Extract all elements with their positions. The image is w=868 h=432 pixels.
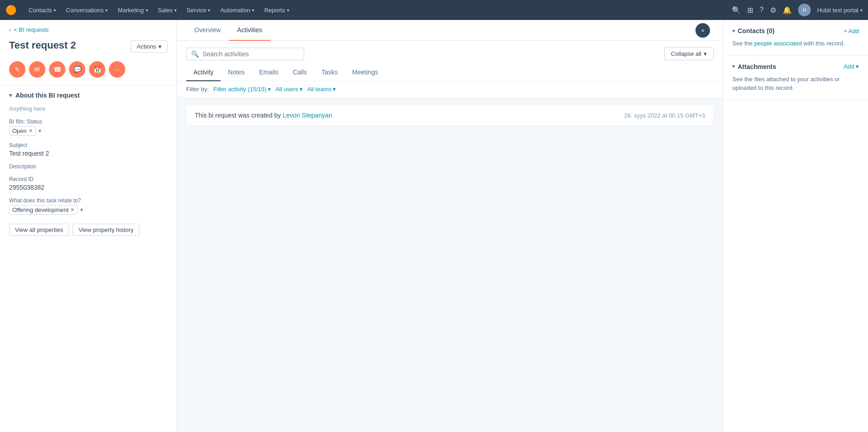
subject-value: Test request 2 bbox=[9, 150, 168, 157]
chevron-down-icon: ▾ bbox=[9, 92, 12, 98]
sub-tab-notes[interactable]: Notes bbox=[221, 64, 252, 81]
task-relation-dropdown-arrow[interactable]: ▾ bbox=[80, 207, 83, 213]
filter-users-chip[interactable]: All users ▾ bbox=[276, 86, 303, 93]
nav-service[interactable]: Service ▾ bbox=[182, 4, 215, 16]
email-button[interactable]: ✉ bbox=[29, 61, 45, 78]
view-buttons: View all properties View property histor… bbox=[9, 224, 168, 236]
activity-creator-link[interactable]: Levon Stepanyan bbox=[283, 112, 332, 119]
apps-icon[interactable]: ⊞ bbox=[747, 6, 753, 15]
field-status: BI fills: Status Open ✕ ▾ bbox=[9, 118, 168, 136]
activity-list: This bi request was created by Levon Ste… bbox=[177, 98, 723, 137]
sub-tab-tasks[interactable]: Tasks bbox=[314, 64, 345, 81]
sidebar-header-row: Test request 2 Actions ▾ bbox=[9, 36, 168, 57]
status-tag-remove[interactable]: ✕ bbox=[29, 128, 33, 134]
about-section-header[interactable]: ▾ About this BI request bbox=[9, 92, 168, 99]
about-section: ▾ About this BI request Anything here BI… bbox=[0, 85, 177, 242]
tab-overview[interactable]: Overview bbox=[186, 20, 229, 41]
field-anything-here: Anything here bbox=[9, 105, 168, 112]
filter-activity-chip[interactable]: Filter activity (15/15) ▾ bbox=[213, 86, 271, 93]
collapse-all-button[interactable]: Collapse all ▾ bbox=[664, 47, 714, 60]
contacts-section: ▾ Contacts (0) + Add See the people asso… bbox=[723, 20, 868, 56]
nav-sales[interactable]: Sales ▾ bbox=[153, 4, 182, 16]
attachments-section: ▾ Attachments Add ▾ See the files attach… bbox=[723, 56, 868, 100]
field-subject: Subject Test request 2 bbox=[9, 142, 168, 157]
search-input[interactable] bbox=[202, 50, 299, 58]
chevron-down-icon: ▾ bbox=[704, 50, 707, 57]
chat-button[interactable]: 💬 bbox=[69, 61, 85, 78]
tab-activities[interactable]: Activities bbox=[229, 20, 270, 41]
chevron-down-icon: ▾ bbox=[732, 64, 735, 69]
quick-action-buttons: ✎ ✉ ☎ 💬 📅 ··· bbox=[9, 61, 168, 78]
filter-label: Filter by: bbox=[186, 86, 209, 93]
nav-marketing[interactable]: Marketing ▾ bbox=[113, 4, 152, 16]
settings-icon[interactable]: ⚙ bbox=[770, 6, 776, 15]
filter-teams-chip[interactable]: All teams ▾ bbox=[307, 86, 336, 93]
help-icon[interactable]: ? bbox=[760, 6, 764, 14]
left-sidebar: ‹ < BI requests Test request 2 Actions ▾… bbox=[0, 20, 177, 432]
chevron-left-icon: ‹ bbox=[9, 26, 11, 33]
top-navigation: 🟠 Contacts ▾ Conversations ▾ Marketing ▾… bbox=[0, 0, 868, 20]
sub-tab-emails[interactable]: Emails bbox=[252, 64, 286, 81]
attachments-add-button[interactable]: Add ▾ bbox=[843, 63, 859, 70]
breadcrumb[interactable]: ‹ < BI requests bbox=[9, 26, 168, 33]
nav-automation[interactable]: Automation ▾ bbox=[216, 4, 259, 16]
task-relation-tag-row: Offering development ✕ ▾ bbox=[9, 205, 168, 215]
status-tag[interactable]: Open ✕ bbox=[9, 126, 36, 136]
center-content: Overview Activities » 🔍 Collapse all ▾ A… bbox=[177, 20, 723, 432]
field-task-relation: What does this task relate to? Offering … bbox=[9, 197, 168, 215]
search-icon[interactable]: 🔍 bbox=[732, 6, 741, 15]
view-all-properties-button[interactable]: View all properties bbox=[9, 224, 69, 236]
task-relation-tag-remove[interactable]: ✕ bbox=[70, 207, 74, 213]
field-description: Description bbox=[9, 163, 168, 170]
search-box[interactable]: 🔍 bbox=[186, 48, 304, 60]
record-title: Test request 2 bbox=[9, 39, 76, 51]
attachments-section-title[interactable]: ▾ Attachments bbox=[732, 63, 776, 70]
view-property-history-button[interactable]: View property history bbox=[73, 224, 139, 236]
chevron-down-icon: ▾ bbox=[333, 86, 336, 93]
nav-contacts[interactable]: Contacts ▾ bbox=[24, 4, 60, 16]
nav-conversations[interactable]: Conversations ▾ bbox=[61, 4, 112, 16]
activity-timestamp: 28. syys 2022 at 00.15 GMT+3 bbox=[624, 112, 705, 119]
chevron-down-icon: ▾ bbox=[732, 28, 735, 34]
hubspot-logo[interactable]: 🟠 bbox=[5, 5, 17, 15]
panel-toggle-button[interactable]: » bbox=[695, 23, 710, 38]
portal-name[interactable]: Hubit test portal ▾ bbox=[817, 7, 863, 14]
chevron-down-icon: ▾ bbox=[174, 8, 177, 13]
activities-toolbar: 🔍 Collapse all ▾ bbox=[177, 41, 723, 64]
phone-button[interactable]: ☎ bbox=[49, 61, 65, 78]
chevron-down-icon: ▾ bbox=[54, 8, 56, 13]
more-button[interactable]: ··· bbox=[109, 61, 125, 78]
contacts-add-button[interactable]: + Add bbox=[843, 28, 859, 34]
contacts-section-title[interactable]: ▾ Contacts (0) bbox=[732, 27, 774, 34]
right-panel: ▾ Contacts (0) + Add See the people asso… bbox=[723, 20, 868, 432]
actions-button[interactable]: Actions ▾ bbox=[131, 40, 168, 53]
task-relation-tag[interactable]: Offering development ✕ bbox=[9, 205, 78, 215]
chevron-down-icon: ▾ bbox=[300, 86, 303, 93]
activity-text: This bi request was created by Levon Ste… bbox=[195, 112, 332, 119]
attachments-section-header: ▾ Attachments Add ▾ bbox=[732, 63, 859, 70]
sub-tab-meetings[interactable]: Meetings bbox=[345, 64, 385, 81]
tag-dropdown-arrow[interactable]: ▾ bbox=[39, 128, 41, 134]
nav-items: Contacts ▾ Conversations ▾ Marketing ▾ S… bbox=[24, 4, 732, 16]
filter-bar: Filter by: Filter activity (15/15) ▾ All… bbox=[177, 81, 723, 98]
sidebar-top: ‹ < BI requests Test request 2 Actions ▾… bbox=[0, 20, 177, 78]
field-record-id: Record ID 2955038382 bbox=[9, 176, 168, 191]
notifications-icon[interactable]: 🔔 bbox=[783, 6, 792, 15]
edit-button[interactable]: ✎ bbox=[9, 61, 25, 78]
sub-tab-activity[interactable]: Activity bbox=[186, 64, 221, 81]
sub-tab-calls[interactable]: Calls bbox=[286, 64, 314, 81]
chevron-down-icon: ▾ bbox=[105, 8, 108, 13]
avatar[interactable]: H bbox=[798, 4, 811, 16]
nav-reports[interactable]: Reports ▾ bbox=[260, 4, 294, 16]
contacts-description: See the people associated with this reco… bbox=[732, 39, 859, 48]
chevron-down-icon: ▾ bbox=[158, 43, 162, 50]
chevron-down-icon: ▾ bbox=[252, 8, 254, 13]
status-tag-row: Open ✕ ▾ bbox=[9, 126, 168, 136]
record-id-value: 2955038382 bbox=[9, 184, 168, 191]
chevron-down-icon: ▾ bbox=[208, 8, 210, 13]
chevron-down-icon: ▾ bbox=[856, 63, 859, 70]
activity-item: This bi request was created by Levon Ste… bbox=[186, 105, 714, 126]
search-icon: 🔍 bbox=[191, 50, 199, 58]
contacts-section-header: ▾ Contacts (0) + Add bbox=[732, 27, 859, 34]
calendar-button[interactable]: 📅 bbox=[89, 61, 105, 78]
